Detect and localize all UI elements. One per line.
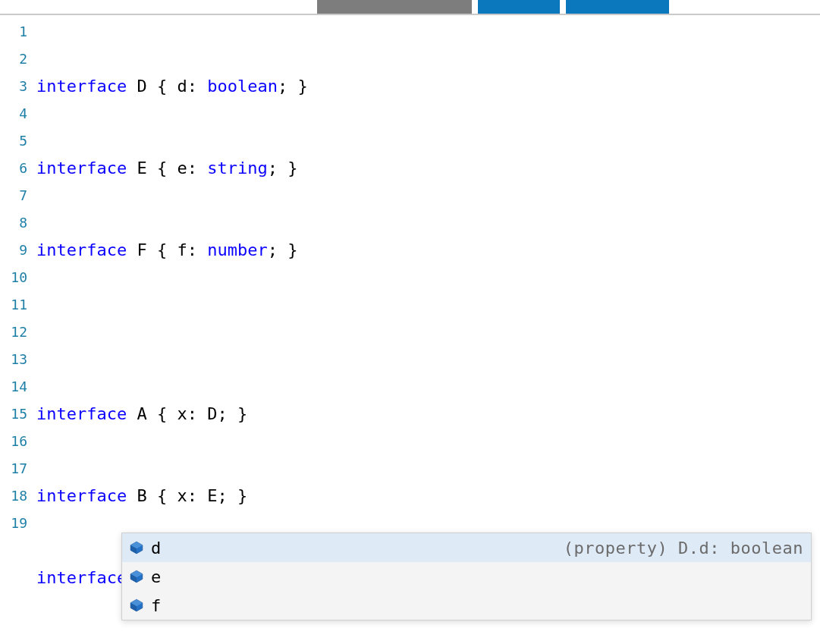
line-number: 19 [0,510,32,537]
type-ref: D [207,404,217,423]
code-line[interactable]: interface D { d: boolean; } [36,73,820,100]
suggestion-detail: (property) D.d: boolean [564,539,803,558]
type-name: A [137,404,146,423]
code-line[interactable] [36,319,820,346]
type-name: B [137,486,146,505]
type-name: D [137,77,146,96]
prop-name: x [177,404,187,423]
line-number: 2 [0,46,32,73]
prop-name: e [177,159,187,177]
type-string: string [207,159,267,177]
keyword-interface: interface [36,568,127,587]
line-number: 17 [0,455,32,482]
code-line[interactable]: interface F { f: number; } [36,237,820,264]
type-boolean: boolean [207,77,278,96]
line-number: 18 [0,482,32,510]
type-name: F [137,240,146,259]
tab-active-2[interactable] [566,0,669,14]
tab-active-1[interactable] [478,0,560,14]
keyword-interface: interface [36,404,127,423]
line-number: 1 [0,18,32,46]
prop-name: f [177,240,187,259]
suggestion-item[interactable]: f [122,591,811,620]
code-line[interactable]: interface A { x: D; } [36,401,820,428]
line-number: 14 [0,373,32,401]
code-line[interactable]: interface B { x: E; } [36,482,820,510]
type-number: number [207,240,267,259]
keyword-interface: interface [36,240,127,259]
line-number: 11 [0,291,32,319]
line-number: 8 [0,209,32,237]
tab-inactive[interactable] [317,0,472,14]
line-number: 5 [0,127,32,155]
code-line[interactable]: interface E { e: string; } [36,155,820,182]
line-number: 15 [0,401,32,428]
suggestion-label: f [151,596,161,615]
line-number: 10 [0,264,32,291]
prop-name: d [177,77,187,96]
keyword-interface: interface [36,159,127,177]
line-number: 16 [0,428,32,455]
keyword-interface: interface [36,77,127,96]
intellisense-popup[interactable]: d (property) D.d: boolean e f [121,532,812,620]
line-number: 7 [0,182,32,209]
line-number: 4 [0,100,32,127]
line-number: 9 [0,237,32,264]
line-number: 13 [0,346,32,373]
property-icon [130,570,143,583]
keyword-interface: interface [36,486,127,505]
suggestion-label: d [151,539,161,558]
property-icon [130,598,143,612]
line-number: 3 [0,73,32,100]
property-icon [130,541,143,554]
suggestion-label: e [151,567,161,586]
line-number: 6 [0,155,32,182]
line-number: 12 [0,319,32,346]
tab-strip [0,0,820,15]
type-name: E [137,159,146,177]
suggestion-item[interactable]: d (property) D.d: boolean [122,533,811,562]
line-number-gutter: 1 2 3 4 5 6 7 8 9 10 11 12 13 14 15 16 1… [0,15,32,644]
type-ref: E [207,486,217,505]
suggestion-item[interactable]: e [122,562,811,591]
prop-name: x [177,486,187,505]
